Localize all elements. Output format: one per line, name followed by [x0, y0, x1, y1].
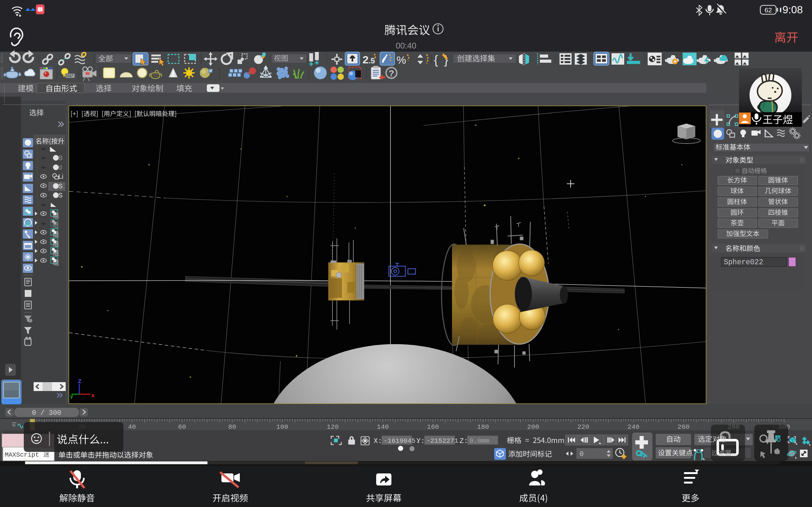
svg-text:Z:: Z:: [460, 437, 468, 445]
svg-text:60: 60: [178, 424, 186, 431]
svg-text:X:: X:: [374, 437, 382, 445]
svg-text:%: %: [397, 54, 406, 66]
svg-text:0.0mm: 0.0mm: [469, 437, 490, 445]
svg-text:MAXScript: MAXScript: [5, 451, 39, 458]
svg-text:x: x: [91, 392, 95, 398]
svg-text:-1619045.: -1619045.: [384, 437, 419, 445]
svg-text:0 / 300: 0 / 300: [32, 409, 61, 417]
svg-text:B: B: [58, 154, 62, 161]
svg-text:Y:: Y:: [416, 437, 425, 445]
svg-text:200: 200: [527, 424, 539, 431]
svg-text:S: S: [58, 182, 62, 189]
svg-text:9:08: 9:08: [782, 4, 803, 15]
svg-text:240: 240: [627, 424, 640, 431]
svg-text:Z: Z: [78, 378, 81, 384]
svg-text:-2152271.: -2152271.: [426, 437, 462, 445]
svg-text:220: 220: [577, 424, 589, 431]
svg-text:0: 0: [579, 450, 583, 458]
svg-text:40: 40: [128, 424, 136, 431]
svg-text:140: 140: [377, 424, 389, 431]
svg-text:62: 62: [764, 6, 772, 14]
svg-text:00:40: 00:40: [396, 41, 416, 50]
svg-text:{: {: [434, 53, 438, 66]
svg-text:S: S: [58, 192, 62, 199]
svg-text:?: ?: [389, 68, 394, 78]
svg-text:120: 120: [327, 424, 339, 431]
svg-text:180: 180: [477, 424, 489, 431]
svg-text:Sphere022: Sphere022: [724, 258, 763, 267]
svg-text:Li: Li: [58, 173, 63, 180]
svg-text:260: 260: [677, 424, 690, 431]
svg-text:100: 100: [276, 424, 288, 431]
svg-text:160: 160: [427, 424, 439, 431]
svg-text:y: y: [70, 393, 73, 399]
svg-text:80: 80: [228, 424, 236, 431]
svg-text:d: d: [58, 164, 62, 171]
